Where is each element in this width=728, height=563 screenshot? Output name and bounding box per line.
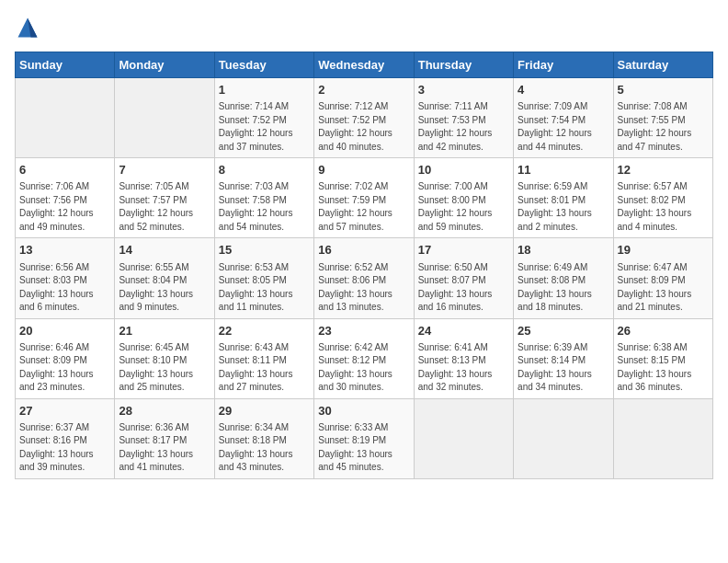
day-number: 10 [418, 162, 509, 178]
calendar-cell: 2Sunrise: 7:12 AM Sunset: 7:52 PM Daylig… [314, 78, 414, 158]
calendar-cell: 29Sunrise: 6:34 AM Sunset: 8:18 PM Dayli… [214, 398, 313, 478]
day-info: Sunrise: 7:14 AM Sunset: 7:52 PM Dayligh… [219, 100, 310, 154]
calendar-cell: 11Sunrise: 6:59 AM Sunset: 8:01 PM Dayli… [514, 158, 613, 238]
day-info: Sunrise: 7:03 AM Sunset: 7:58 PM Dayligh… [219, 180, 310, 234]
day-header-thursday: Thursday [414, 52, 513, 78]
day-info: Sunrise: 6:56 AM Sunset: 8:03 PM Dayligh… [19, 261, 110, 315]
day-info: Sunrise: 6:46 AM Sunset: 8:09 PM Dayligh… [19, 341, 110, 395]
calendar-cell: 15Sunrise: 6:53 AM Sunset: 8:05 PM Dayli… [214, 238, 313, 318]
day-info: Sunrise: 6:36 AM Sunset: 8:17 PM Dayligh… [119, 421, 210, 475]
calendar-cell [414, 398, 513, 478]
calendar-table: SundayMondayTuesdayWednesdayThursdayFrid… [15, 52, 713, 479]
day-info: Sunrise: 6:49 AM Sunset: 8:08 PM Dayligh… [518, 261, 609, 315]
day-number: 12 [618, 162, 709, 178]
day-header-tuesday: Tuesday [214, 52, 313, 78]
calendar-cell: 16Sunrise: 6:52 AM Sunset: 8:06 PM Dayli… [314, 238, 414, 318]
day-number: 8 [219, 162, 310, 178]
calendar-cell: 23Sunrise: 6:42 AM Sunset: 8:12 PM Dayli… [314, 318, 414, 398]
day-info: Sunrise: 7:02 AM Sunset: 7:59 PM Dayligh… [318, 180, 409, 234]
day-header-sunday: Sunday [16, 52, 115, 78]
day-info: Sunrise: 7:05 AM Sunset: 7:57 PM Dayligh… [119, 180, 210, 234]
day-info: Sunrise: 7:08 AM Sunset: 7:55 PM Dayligh… [618, 100, 709, 154]
day-info: Sunrise: 6:37 AM Sunset: 8:16 PM Dayligh… [19, 421, 110, 475]
day-number: 13 [19, 242, 110, 259]
day-info: Sunrise: 7:06 AM Sunset: 7:56 PM Dayligh… [19, 180, 110, 234]
day-number: 24 [418, 323, 509, 339]
calendar-cell: 28Sunrise: 6:36 AM Sunset: 8:17 PM Dayli… [115, 398, 214, 478]
calendar-cell: 27Sunrise: 6:37 AM Sunset: 8:16 PM Dayli… [16, 398, 115, 478]
day-info: Sunrise: 6:34 AM Sunset: 8:18 PM Dayligh… [219, 421, 310, 475]
calendar-cell: 13Sunrise: 6:56 AM Sunset: 8:03 PM Dayli… [16, 238, 115, 318]
page-header [15, 15, 713, 40]
week-row-1: 6Sunrise: 7:06 AM Sunset: 7:56 PM Daylig… [16, 158, 713, 238]
day-number: 28 [119, 403, 210, 419]
day-info: Sunrise: 6:39 AM Sunset: 8:14 PM Dayligh… [518, 341, 609, 395]
day-number: 25 [518, 323, 609, 339]
day-number: 26 [618, 323, 709, 339]
calendar-cell [115, 78, 214, 158]
day-number: 27 [19, 403, 110, 419]
day-info: Sunrise: 6:55 AM Sunset: 8:04 PM Dayligh… [119, 261, 210, 315]
calendar-cell: 21Sunrise: 6:45 AM Sunset: 8:10 PM Dayli… [115, 318, 214, 398]
calendar-cell [613, 398, 712, 478]
day-info: Sunrise: 6:42 AM Sunset: 8:12 PM Dayligh… [318, 341, 409, 395]
calendar-cell: 18Sunrise: 6:49 AM Sunset: 8:08 PM Dayli… [514, 238, 613, 318]
day-number: 30 [318, 403, 409, 419]
week-row-4: 27Sunrise: 6:37 AM Sunset: 8:16 PM Dayli… [16, 398, 713, 478]
day-number: 7 [119, 162, 210, 178]
day-number: 11 [518, 162, 609, 178]
calendar-cell: 9Sunrise: 7:02 AM Sunset: 7:59 PM Daylig… [314, 158, 414, 238]
day-header-wednesday: Wednesday [314, 52, 414, 78]
day-number: 18 [518, 242, 609, 259]
day-info: Sunrise: 6:41 AM Sunset: 8:13 PM Dayligh… [418, 341, 509, 395]
day-number: 22 [219, 323, 310, 339]
calendar-cell [16, 78, 115, 158]
calendar-cell: 17Sunrise: 6:50 AM Sunset: 8:07 PM Dayli… [414, 238, 513, 318]
calendar-cell: 10Sunrise: 7:00 AM Sunset: 8:00 PM Dayli… [414, 158, 513, 238]
day-info: Sunrise: 6:59 AM Sunset: 8:01 PM Dayligh… [518, 180, 609, 234]
calendar-cell: 30Sunrise: 6:33 AM Sunset: 8:19 PM Dayli… [314, 398, 414, 478]
day-info: Sunrise: 6:47 AM Sunset: 8:09 PM Dayligh… [618, 261, 709, 315]
calendar-cell: 6Sunrise: 7:06 AM Sunset: 7:56 PM Daylig… [16, 158, 115, 238]
days-header-row: SundayMondayTuesdayWednesdayThursdayFrid… [16, 52, 713, 78]
week-row-2: 13Sunrise: 6:56 AM Sunset: 8:03 PM Dayli… [16, 238, 713, 318]
calendar-cell: 26Sunrise: 6:38 AM Sunset: 8:15 PM Dayli… [613, 318, 712, 398]
day-number: 1 [219, 82, 310, 98]
day-number: 20 [19, 323, 110, 339]
day-number: 15 [219, 242, 310, 259]
day-number: 2 [318, 82, 409, 98]
calendar-cell: 25Sunrise: 6:39 AM Sunset: 8:14 PM Dayli… [514, 318, 613, 398]
day-info: Sunrise: 6:45 AM Sunset: 8:10 PM Dayligh… [119, 341, 210, 395]
day-info: Sunrise: 7:11 AM Sunset: 7:53 PM Dayligh… [418, 100, 509, 154]
calendar-cell: 22Sunrise: 6:43 AM Sunset: 8:11 PM Dayli… [214, 318, 313, 398]
week-row-3: 20Sunrise: 6:46 AM Sunset: 8:09 PM Dayli… [16, 318, 713, 398]
day-number: 17 [418, 242, 509, 259]
calendar-cell: 20Sunrise: 6:46 AM Sunset: 8:09 PM Dayli… [16, 318, 115, 398]
calendar-cell: 3Sunrise: 7:11 AM Sunset: 7:53 PM Daylig… [414, 78, 513, 158]
day-number: 3 [418, 82, 509, 98]
day-info: Sunrise: 6:53 AM Sunset: 8:05 PM Dayligh… [219, 261, 310, 315]
calendar-cell: 14Sunrise: 6:55 AM Sunset: 8:04 PM Dayli… [115, 238, 214, 318]
calendar-header: SundayMondayTuesdayWednesdayThursdayFrid… [16, 52, 713, 78]
day-info: Sunrise: 6:57 AM Sunset: 8:02 PM Dayligh… [618, 180, 709, 234]
day-number: 4 [518, 82, 609, 98]
day-number: 21 [119, 323, 210, 339]
day-number: 19 [618, 242, 709, 259]
day-header-friday: Friday [514, 52, 613, 78]
calendar-cell: 19Sunrise: 6:47 AM Sunset: 8:09 PM Dayli… [613, 238, 712, 318]
day-number: 5 [618, 82, 709, 98]
day-number: 6 [19, 162, 110, 178]
day-info: Sunrise: 7:12 AM Sunset: 7:52 PM Dayligh… [318, 100, 409, 154]
day-number: 23 [318, 323, 409, 339]
logo [15, 15, 44, 40]
day-number: 16 [318, 242, 409, 259]
calendar-cell: 12Sunrise: 6:57 AM Sunset: 8:02 PM Dayli… [613, 158, 712, 238]
calendar-cell: 5Sunrise: 7:08 AM Sunset: 7:55 PM Daylig… [613, 78, 712, 158]
calendar-cell [514, 398, 613, 478]
day-number: 14 [119, 242, 210, 259]
week-row-0: 1Sunrise: 7:14 AM Sunset: 7:52 PM Daylig… [16, 78, 713, 158]
calendar-cell: 7Sunrise: 7:05 AM Sunset: 7:57 PM Daylig… [115, 158, 214, 238]
day-info: Sunrise: 6:52 AM Sunset: 8:06 PM Dayligh… [318, 261, 409, 315]
calendar-cell: 8Sunrise: 7:03 AM Sunset: 7:58 PM Daylig… [214, 158, 313, 238]
logo-icon [15, 15, 40, 40]
